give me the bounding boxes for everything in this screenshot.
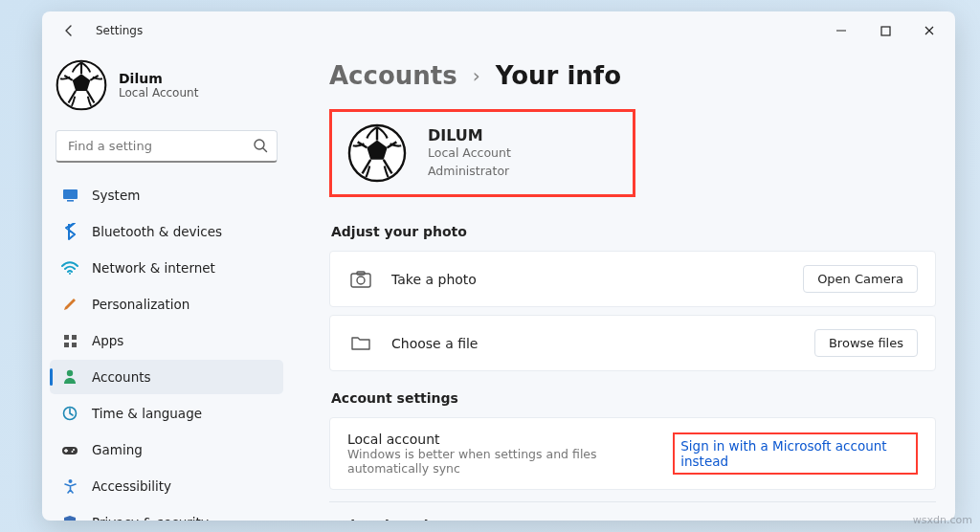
svg-point-14: [73, 449, 75, 451]
page-title: Your info: [496, 61, 621, 90]
open-camera-button[interactable]: Open Camera: [803, 265, 918, 293]
svg-point-16: [68, 479, 72, 483]
wifi-icon: [61, 261, 78, 275]
profile-role: Administrator: [428, 163, 511, 181]
maximize-button[interactable]: [863, 15, 907, 46]
avatar: [347, 123, 407, 183]
card-local-account: Local account Windows is better when set…: [329, 417, 936, 490]
svg-point-6: [69, 273, 71, 275]
section-heading-photo: Adjust your photo: [331, 224, 936, 239]
nav: System Bluetooth & devices Network & int…: [50, 178, 283, 521]
card-label: Take a photo: [391, 272, 477, 287]
search-input[interactable]: [56, 130, 278, 163]
profile-accounttype: Local Account: [428, 144, 511, 163]
svg-rect-0: [881, 27, 890, 35]
sidebar-item-network[interactable]: Network & internet: [50, 251, 283, 285]
sidebar-item-personalization[interactable]: Personalization: [50, 287, 283, 321]
sidebar-usersub: Local Account: [119, 86, 198, 100]
svg-point-15: [72, 451, 74, 453]
svg-rect-7: [64, 335, 69, 340]
profile-username: DILUM: [428, 126, 511, 144]
svg-rect-19: [351, 274, 370, 287]
card-label: Choose a file: [391, 336, 479, 351]
svg-rect-9: [64, 343, 69, 347]
sidebar-item-system[interactable]: System: [50, 178, 283, 212]
sidebar-item-label: Privacy & security: [92, 515, 209, 521]
minimize-icon: [835, 25, 847, 36]
search-icon: [253, 138, 268, 157]
sidebar-item-label: Apps: [92, 333, 123, 348]
gamepad-icon: [61, 444, 78, 456]
sidebar-item-label: Personalization: [92, 297, 189, 312]
breadcrumb: Accounts › Your info: [329, 61, 936, 90]
browse-files-button[interactable]: Browse files: [814, 329, 918, 357]
svg-point-11: [67, 370, 73, 376]
divider: [329, 501, 936, 502]
svg-rect-10: [72, 343, 77, 347]
sidebar-item-accounts[interactable]: Accounts: [50, 360, 283, 394]
svg-rect-8: [72, 335, 77, 340]
profile-card: DILUM Local Account Administrator: [329, 109, 635, 197]
back-button[interactable]: [54, 15, 84, 46]
sidebar-item-accessibility[interactable]: Accessibility: [50, 469, 283, 503]
sidebar-item-label: Accounts: [92, 369, 151, 385]
sidebar-item-label: System: [92, 188, 140, 203]
soccer-ball-icon: [347, 123, 407, 183]
close-icon: [924, 25, 935, 36]
sidebar-username: Dilum: [119, 71, 198, 86]
monitor-icon: [61, 188, 78, 202]
sidebar: Dilum Local Account System Bluetooth & d…: [42, 50, 291, 521]
breadcrumb-root[interactable]: Accounts: [329, 61, 457, 90]
chevron-right-icon: ›: [473, 64, 480, 87]
search-wrap: [56, 130, 278, 163]
svg-rect-4: [63, 189, 78, 199]
shield-icon: [61, 515, 78, 521]
card-choose-file: Choose a file Browse files: [329, 315, 936, 371]
sidebar-item-time[interactable]: Time & language: [50, 396, 283, 431]
accessibility-icon: [61, 478, 78, 494]
maximize-icon: [880, 26, 891, 36]
window-body: Dilum Local Account System Bluetooth & d…: [42, 50, 955, 521]
local-account-subtitle: Windows is better when settings and file…: [347, 447, 673, 476]
section-heading-account: Account settings: [331, 390, 936, 406]
titlebar: Settings: [42, 11, 955, 50]
window-controls: [819, 15, 951, 46]
sidebar-item-label: Bluetooth & devices: [92, 224, 222, 239]
sidebar-item-privacy[interactable]: Privacy & security: [50, 505, 283, 521]
settings-window: Settings Dilum Local Account: [42, 11, 955, 521]
close-button[interactable]: [907, 15, 951, 46]
sign-in-microsoft-link[interactable]: Sign in with a Microsoft account instead: [673, 432, 918, 475]
sidebar-item-label: Time & language: [92, 406, 202, 421]
window-title: Settings: [96, 24, 143, 37]
globe-clock-icon: [61, 406, 78, 421]
svg-rect-5: [67, 200, 74, 202]
avatar: [56, 59, 107, 111]
card-take-photo: Take a photo Open Camera: [329, 251, 936, 307]
local-account-title: Local account: [347, 432, 673, 447]
watermark: wsxdn.com: [913, 514, 972, 526]
user-block[interactable]: Dilum Local Account: [50, 57, 283, 124]
svg-point-20: [357, 277, 365, 284]
camera-icon: [347, 271, 374, 288]
sidebar-item-label: Accessibility: [92, 478, 171, 494]
sidebar-item-bluetooth[interactable]: Bluetooth & devices: [50, 214, 283, 249]
section-heading-related: Related settings: [331, 518, 936, 521]
sidebar-item-label: Network & internet: [92, 260, 215, 276]
minimize-button[interactable]: [819, 15, 863, 46]
arrow-left-icon: [61, 23, 77, 38]
sidebar-item-apps[interactable]: Apps: [50, 323, 283, 358]
sidebar-item-gaming[interactable]: Gaming: [50, 432, 283, 467]
soccer-ball-icon: [56, 59, 107, 111]
svg-point-3: [255, 140, 264, 149]
apps-icon: [61, 334, 78, 348]
content[interactable]: Accounts › Your info DILUM Local Account: [291, 50, 955, 521]
folder-icon: [347, 335, 374, 351]
person-icon: [61, 369, 78, 385]
paintbrush-icon: [61, 297, 78, 312]
bluetooth-icon: [61, 223, 78, 240]
sidebar-item-label: Gaming: [92, 442, 143, 457]
